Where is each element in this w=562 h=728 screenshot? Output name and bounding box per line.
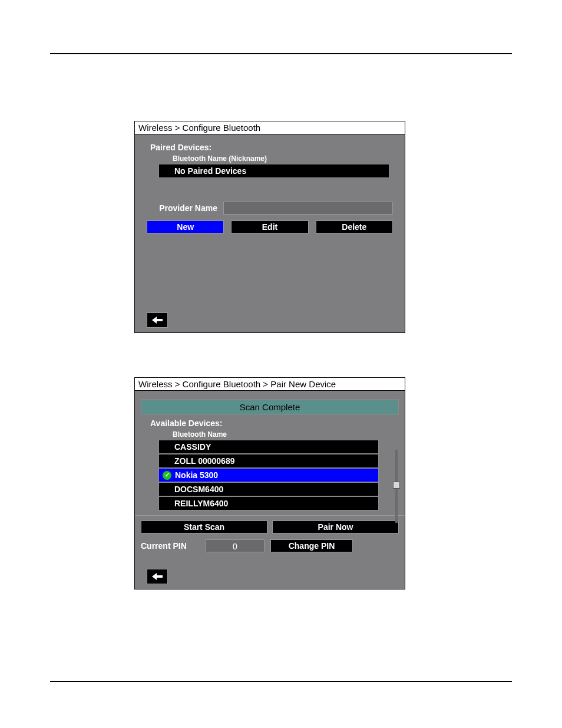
scan-status-banner: Scan Complete: [141, 399, 399, 415]
page-rule-top: [50, 53, 512, 54]
current-pin-value: 0: [206, 539, 265, 552]
list-item-label: ZOLL 00000689: [174, 456, 234, 466]
provider-name-row: Provider Name: [135, 202, 405, 215]
configure-bluetooth-panel: Wireless > Configure Bluetooth Paired De…: [134, 121, 405, 333]
paired-devices-list: No Paired Devices: [158, 164, 389, 178]
back-button[interactable]: [147, 569, 168, 584]
back-button[interactable]: [147, 312, 168, 328]
provider-name-field[interactable]: [223, 202, 393, 215]
pair-new-device-panel: Wireless > Configure Bluetooth > Pair Ne…: [134, 377, 405, 589]
back-arrow-icon: [152, 573, 163, 580]
list-item-label: DOCSM6400: [174, 485, 223, 494]
available-devices-column-header: Bluetooth Name: [135, 430, 405, 440]
available-devices-label: Available Devices:: [135, 415, 405, 430]
start-scan-button[interactable]: Start Scan: [141, 521, 267, 533]
list-item[interactable]: ZOLL 00000689: [158, 454, 379, 468]
delete-button[interactable]: Delete: [316, 220, 393, 233]
breadcrumb: Wireless > Configure Bluetooth > Pair Ne…: [135, 378, 405, 391]
paired-devices-column-header: Bluetooth Name (Nickname): [135, 154, 405, 164]
back-arrow-icon: [152, 317, 163, 324]
provider-name-label: Provider Name: [147, 203, 217, 213]
list-item[interactable]: DOCSM6400: [158, 482, 379, 496]
list-item[interactable]: CASSIDY: [158, 440, 379, 454]
available-devices-list: CASSIDY ZOLL 00000689 ✓ Nokia 5300 DOCSM…: [158, 440, 379, 510]
edit-button[interactable]: Edit: [231, 220, 308, 233]
list-item[interactable]: No Paired Devices: [158, 164, 389, 178]
current-pin-label: Current PIN: [141, 541, 200, 551]
list-item-label: No Paired Devices: [174, 166, 246, 176]
checkmark-icon: ✓: [163, 471, 171, 480]
list-item[interactable]: REILLYM6400: [158, 496, 379, 510]
breadcrumb: Wireless > Configure Bluetooth: [135, 121, 405, 134]
pair-now-button[interactable]: Pair Now: [272, 521, 399, 533]
change-pin-button[interactable]: Change PIN: [270, 539, 353, 552]
list-item[interactable]: ✓ Nokia 5300: [158, 468, 379, 482]
scrollbar-thumb[interactable]: [393, 482, 400, 489]
list-item-label: REILLYM6400: [174, 499, 228, 508]
list-item-label: CASSIDY: [174, 442, 211, 452]
separator: [135, 515, 405, 516]
paired-devices-label: Paired Devices:: [135, 134, 405, 154]
list-item-label: Nokia 5300: [175, 470, 218, 480]
new-button[interactable]: New: [147, 220, 224, 233]
page-rule-bottom: [50, 681, 512, 682]
